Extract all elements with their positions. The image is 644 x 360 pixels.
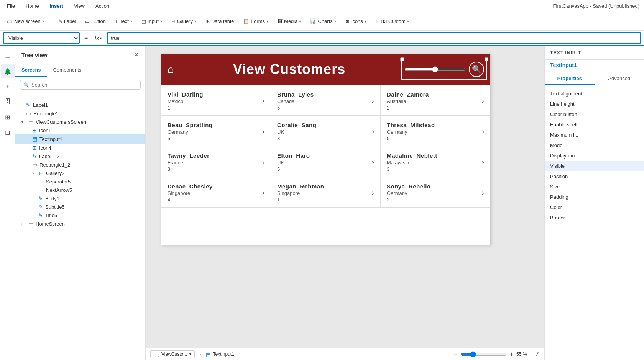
prop-border[interactable]: Border (545, 213, 644, 223)
customer-name: Thresa Milstead (387, 122, 435, 128)
custom-button[interactable]: ⊡ 83 Custom ▾ (372, 17, 413, 26)
prop-label: Size (550, 184, 560, 190)
customer-num: 3 (277, 136, 316, 141)
tab-advanced[interactable]: Advanced (595, 72, 644, 85)
tree-item-label1[interactable]: ✎ Label1 (15, 101, 145, 109)
tree-item-label: Subtitle5 (45, 204, 142, 210)
menu-insert[interactable]: Insert (48, 2, 66, 10)
formula-input[interactable] (107, 32, 641, 44)
prop-text-alignment[interactable]: Text alignment (545, 88, 644, 99)
customer-cell-10[interactable]: Megan Rohman Singapore 1 › (271, 177, 381, 208)
menu-action[interactable]: Action (93, 2, 112, 10)
customer-cell-8[interactable]: Madaline Neblett Malayasia 3 › (381, 146, 490, 177)
sidebar-icon-menu[interactable]: ☰ (1, 49, 15, 63)
customer-cell-4[interactable]: Coralie Sang UK 3 › (271, 116, 381, 146)
prop-display-mode[interactable]: Display mo... (545, 151, 644, 161)
list-item[interactable]: — (15, 94, 145, 101)
button-button[interactable]: ▭ Button (81, 17, 110, 26)
customer-cell-1[interactable]: Bruna Lyles Canada 5 › (271, 85, 381, 116)
tab-screens[interactable]: Screens (15, 64, 47, 77)
prop-visible[interactable]: Visible (545, 161, 644, 171)
customer-name: Beau Spratling (168, 122, 213, 128)
formula-bar: Visible = fx ▾ (0, 31, 644, 46)
label-button[interactable]: ✎ Label (54, 17, 80, 26)
prop-clear-button[interactable]: Clear button (545, 109, 644, 119)
more-options-button[interactable]: ··· (134, 136, 142, 142)
prop-enable-spell[interactable]: Enable spell... (545, 119, 644, 130)
text-button[interactable]: T Text ▾ (111, 17, 136, 26)
tree-item-rectangle1[interactable]: ▭ Rectangle1 (15, 109, 145, 118)
forms-button[interactable]: 📋 Forms ▾ (239, 17, 272, 26)
screen-icon: ▭ (28, 221, 33, 227)
customer-cell-3[interactable]: Beau Spratling Germany 5 › (161, 116, 271, 146)
tree-item-label1-2[interactable]: ✎ Label1_2 (15, 152, 145, 160)
data-table-button[interactable]: ⊞ Data table (202, 17, 238, 26)
sidebar-icon-data[interactable]: 🗄 (1, 95, 15, 109)
customer-cell-7[interactable]: Elton Haro UK 5 › (271, 146, 381, 177)
formula-fx-button[interactable]: fx ▾ (92, 34, 104, 42)
new-screen-button[interactable]: ▭ New screen ▾ (3, 16, 48, 26)
tree-item-subtitle5[interactable]: ✎ Subtitle5 (15, 203, 145, 211)
zoom-in-button[interactable]: + (510, 351, 513, 358)
tab-components[interactable]: Components (47, 64, 88, 77)
customer-cell-6[interactable]: Tawny Leeder France 3 › (161, 146, 271, 177)
props-component-name: TextInput1 (545, 60, 644, 72)
fullscreen-button[interactable]: ⤢ (535, 350, 540, 358)
tree-item-textinput1[interactable]: ▤ TextInput1 ··· (15, 134, 145, 144)
gallery-btn-label: Gallery (177, 18, 193, 24)
search-slider[interactable] (404, 66, 466, 72)
expand-icon: — (26, 95, 31, 100)
input-button[interactable]: ▤ Input ▾ (138, 17, 166, 26)
forms-chevron: ▾ (266, 19, 268, 23)
zoom-out-button[interactable]: − (454, 351, 457, 358)
tree-item-body1[interactable]: ✎ Body1 (15, 194, 145, 203)
icons-button[interactable]: ⊕ Icons ▾ (342, 17, 370, 26)
zoom-slider[interactable] (461, 351, 507, 357)
sidebar-icon-insert[interactable]: ＋ (1, 80, 15, 93)
customer-country: Germany (168, 129, 213, 135)
prop-position[interactable]: Position (545, 171, 644, 182)
sidebar-icon-tree[interactable]: 🌲 (1, 64, 15, 78)
prop-padding[interactable]: Padding (545, 192, 644, 202)
home-icon[interactable]: ⌂ (168, 63, 174, 75)
tab-properties[interactable]: Properties (545, 72, 595, 85)
tree-close-button[interactable]: ✕ (133, 51, 139, 59)
charts-label: Charts (318, 18, 332, 24)
chevron-right-icon: › (372, 189, 374, 197)
customer-cell-2[interactable]: Daine Zamora Australia 2 › (381, 85, 490, 116)
gallery-button[interactable]: ⊟ Gallery ▾ (168, 17, 200, 26)
prop-maximum[interactable]: Maximum l... (545, 130, 644, 140)
customer-cell-5[interactable]: Thresa Milstead Germany 5 › (381, 116, 490, 146)
sidebar-icon-variables[interactable]: ⊞ (1, 110, 15, 124)
menu-home[interactable]: Home (23, 2, 41, 10)
tree-item-gallery2[interactable]: ▾ ⊟ Gallery2 (15, 169, 145, 177)
prop-line-height[interactable]: Line height (545, 99, 644, 109)
customer-info: Thresa Milstead Germany 5 (387, 122, 435, 141)
prop-mode[interactable]: Mode (545, 140, 644, 151)
customer-cell-9[interactable]: Denae Chesley Singapore 4 › (161, 177, 271, 208)
tree-item-nextarrow5[interactable]: → NextArrow5 (15, 186, 145, 194)
prop-color[interactable]: Color (545, 202, 644, 213)
menu-file[interactable]: File (5, 2, 17, 10)
tree-item-icon4[interactable]: ⊞ Icon4 (15, 144, 145, 152)
menu-view[interactable]: View (72, 2, 87, 10)
tree-item-homescreen[interactable]: › ▭ HomeScreen (15, 219, 145, 228)
customer-info: Sonya Rebello Germany 2 (387, 183, 431, 203)
screen-chevron[interactable]: ▾ (189, 352, 191, 356)
tree-item-rectangle1-2[interactable]: ▭ Rectangle1_2 (15, 160, 145, 169)
media-button[interactable]: 🖼 Media ▾ (274, 17, 305, 26)
sidebar-icon-components[interactable]: ⊟ (1, 126, 15, 139)
tree-item-title5[interactable]: ✎ Title5 (15, 211, 145, 219)
screen-checkbox[interactable] (154, 352, 159, 357)
tree-item-icon1[interactable]: ⊞ Icon1 (15, 126, 145, 134)
status-screen[interactable]: ViewCusto... ▾ (150, 350, 195, 358)
search-button[interactable]: 🔍 (469, 62, 484, 77)
search-input[interactable] (31, 82, 137, 88)
customer-cell-11[interactable]: Sonya Rebello Germany 2 › (381, 177, 490, 208)
customer-cell-0[interactable]: Viki Darling Mexico 1 › (161, 85, 271, 116)
property-selector[interactable]: Visible (3, 32, 80, 44)
tree-item-viewcustomers[interactable]: ▾ ▭ ViewCustomersScreen (15, 118, 145, 126)
charts-button[interactable]: 📊 Charts ▾ (306, 17, 340, 26)
tree-item-separator5[interactable]: — Separator5 (15, 177, 145, 186)
prop-size[interactable]: Size (545, 182, 644, 192)
